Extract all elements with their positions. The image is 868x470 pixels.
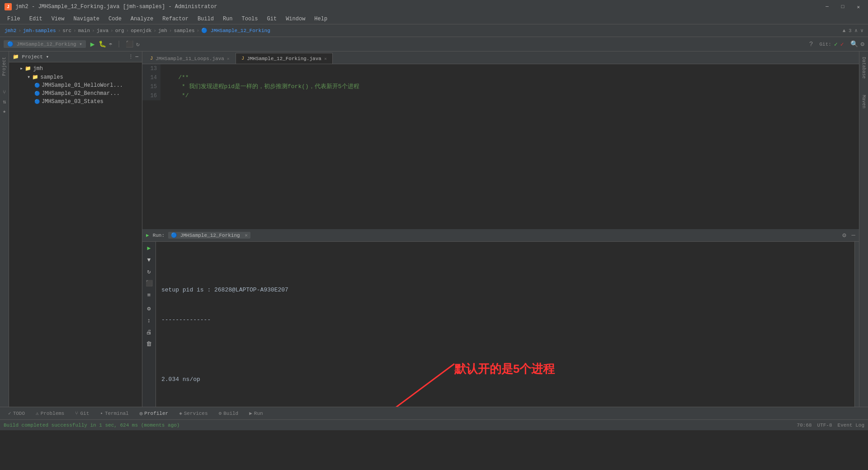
- title-bar: J jmh2 - JMHSample_12_Forking.java [jmh-…: [0, 0, 868, 14]
- breadcrumb-src[interactable]: src: [62, 28, 71, 33]
- run-wrap-icon[interactable]: ≡: [145, 291, 154, 300]
- tree-item-02[interactable]: 🔵 JMHSample_02_Benchmar...: [9, 89, 142, 98]
- run-play-icon[interactable]: ▶: [145, 244, 154, 253]
- run-with-coverage[interactable]: ☂: [109, 41, 113, 48]
- status-line-col[interactable]: 70:68: [797, 423, 812, 428]
- breadcrumb-samples[interactable]: samples: [174, 28, 194, 33]
- bottom-tab-git[interactable]: ⑂ Git: [71, 410, 94, 417]
- breadcrumb-org[interactable]: org: [115, 28, 124, 33]
- favorites-tab[interactable]: ★: [3, 108, 6, 115]
- bottom-tab-terminal[interactable]: ▪ Terminal: [95, 410, 133, 417]
- run-panel-collapse[interactable]: ─: [852, 232, 855, 239]
- output-line4: 2.034 ns/op: [161, 375, 849, 385]
- run-tab-close[interactable]: ✕: [245, 233, 248, 238]
- menu-tools[interactable]: Tools: [238, 15, 262, 23]
- breadcrumb-openjdk[interactable]: openjdk: [131, 28, 151, 33]
- run-config-dropdown[interactable]: 🔵 JMHSample_12_Forking ▾: [4, 40, 86, 48]
- menu-git[interactable]: Git: [264, 15, 281, 23]
- menu-build[interactable]: Build: [194, 15, 217, 23]
- bottom-tab-profiler[interactable]: ◎ Profiler: [135, 409, 173, 417]
- git-tab[interactable]: ⑂: [3, 89, 6, 96]
- settings-icon[interactable]: ⚙: [861, 40, 864, 48]
- maven-tab[interactable]: Maven: [860, 93, 867, 110]
- breadcrumb-jmh2[interactable]: jmh2: [5, 28, 16, 33]
- minimize-button[interactable]: ─: [822, 3, 832, 11]
- todo-label: TODO: [13, 411, 25, 416]
- status-events[interactable]: Event Log: [838, 423, 864, 428]
- run-scroll-icon[interactable]: ↕: [145, 316, 154, 325]
- run-scrollbar[interactable]: [854, 242, 859, 407]
- breadcrumb-jmh-samples[interactable]: jmh-samples: [23, 28, 56, 33]
- secondary-toolbar: 🔵 JMHSample_12_Forking ▾ ▶ 🐛 ☂ | ⬛ ↻ ? G…: [0, 37, 868, 52]
- tab-loops[interactable]: J JMHSample_11_Loops.java ✕: [144, 53, 236, 64]
- output-line5: Iteration 1: 2.006 ns/op: [161, 404, 849, 407]
- tree-item-01[interactable]: 🔵 JMHSample_01_HelloWorl...: [9, 81, 142, 89]
- java-file-icon-02: 🔵: [34, 91, 40, 96]
- code-editor[interactable]: 13 14 /** 15 * 我们发现进程pid是一样的，初步推测fork()，…: [142, 64, 859, 229]
- close-button[interactable]: ✕: [853, 3, 863, 11]
- run-tab-label[interactable]: Run:: [153, 233, 165, 238]
- run-down-icon[interactable]: ▼: [145, 255, 154, 264]
- output-line3: [161, 345, 849, 355]
- run-output-area[interactable]: setup pid is : 26828@LAPTOP-A930E207 ---…: [156, 242, 854, 407]
- help-icon[interactable]: ?: [809, 41, 813, 48]
- project-panel-options[interactable]: ⋮: [128, 54, 133, 60]
- tab-loops-close[interactable]: ✕: [227, 56, 230, 61]
- breadcrumb-sep3: ›: [73, 28, 76, 33]
- run-print-icon[interactable]: 🖨: [145, 328, 154, 337]
- bottom-tab-run[interactable]: ▶ Run: [245, 409, 267, 417]
- bottom-tab-services[interactable]: ◈ Services: [175, 409, 212, 417]
- jmh-folder-icon: 📁: [25, 66, 31, 71]
- run-config-area: 🔵 JMHSample_12_Forking ▾: [4, 40, 86, 48]
- run-settings-icon[interactable]: ⚙: [842, 231, 846, 239]
- toolbar-sync[interactable]: ↻: [136, 41, 140, 48]
- breadcrumb-jmh[interactable]: jmh: [158, 28, 167, 33]
- bottom-tab-build[interactable]: ⚙ Build: [214, 409, 243, 417]
- pull-requests-tab[interactable]: ⇅: [3, 99, 6, 105]
- bottom-tab-problems[interactable]: ⚠ Problems: [31, 409, 69, 417]
- run-icon-bottom: ▶: [249, 410, 252, 416]
- git-x-icon[interactable]: ✓: [840, 41, 844, 48]
- git-check-icon[interactable]: ✓: [834, 41, 838, 48]
- bottom-tab-todo[interactable]: ✓ TODO: [4, 409, 29, 417]
- status-encoding[interactable]: UTF-8: [817, 423, 832, 428]
- debug-button[interactable]: 🐛: [99, 40, 106, 48]
- run-clear-icon[interactable]: 🗑: [145, 339, 154, 348]
- menu-refactor[interactable]: Refactor: [159, 15, 192, 23]
- menu-help[interactable]: Help: [311, 15, 331, 23]
- run-rerun-icon[interactable]: ↻: [145, 267, 154, 276]
- menu-file[interactable]: File: [4, 15, 24, 23]
- java-file-icon-01: 🔵: [34, 83, 40, 88]
- profiler-label: Profiler: [144, 411, 168, 416]
- run-stop-icon[interactable]: ⬛: [145, 279, 154, 288]
- project-panel-collapse[interactable]: ─: [135, 54, 138, 60]
- tab-forking[interactable]: J JMHSample_12_Forking.java ✕: [236, 53, 333, 64]
- stop-button[interactable]: ⬛: [126, 40, 133, 48]
- search-button[interactable]: 🔍: [850, 40, 858, 48]
- run-filter-icon[interactable]: ⚙: [145, 304, 154, 313]
- menu-edit[interactable]: Edit: [26, 15, 46, 23]
- menu-navigate[interactable]: Navigate: [70, 15, 103, 23]
- database-tab[interactable]: Database: [860, 55, 867, 80]
- menu-window[interactable]: Window: [282, 15, 309, 23]
- run-panel-sidebar: ▶ ▼ ↻ ⬛ ≡ ⚙ ↕ 🖨 🗑: [142, 242, 156, 407]
- line-content-16: */: [160, 91, 189, 100]
- maximize-button[interactable]: □: [838, 3, 848, 11]
- breadcrumb-java[interactable]: java: [97, 28, 108, 33]
- menu-analyze[interactable]: Analyze: [127, 15, 157, 23]
- tree-label-jmh: jmh: [33, 66, 43, 72]
- menu-code[interactable]: Code: [105, 15, 125, 23]
- breadcrumb-file[interactable]: 🔵 JMHSample_12_Forking: [201, 28, 270, 33]
- tab-forking-icon: J: [241, 56, 244, 61]
- run-tab-active[interactable]: 🔵 JMHSample_12_Forking ✕: [168, 232, 250, 239]
- tree-item-jmh[interactable]: ▸ 📁 jmh: [9, 64, 142, 73]
- tab-forking-close[interactable]: ✕: [324, 56, 327, 61]
- breadcrumb-main[interactable]: main: [78, 28, 90, 33]
- run-button[interactable]: ▶: [90, 40, 95, 49]
- bottom-tabs-bar: ✓ TODO ⚠ Problems ⑂ Git ▪ Terminal ◎ Pro…: [0, 407, 868, 419]
- menu-view[interactable]: View: [48, 15, 68, 23]
- menu-run[interactable]: Run: [219, 15, 236, 23]
- project-tab[interactable]: Project: [1, 55, 8, 78]
- tree-item-samples[interactable]: ▾ 📁 samples: [9, 73, 142, 81]
- tree-item-03[interactable]: 🔵 JMHSample_03_States: [9, 98, 142, 106]
